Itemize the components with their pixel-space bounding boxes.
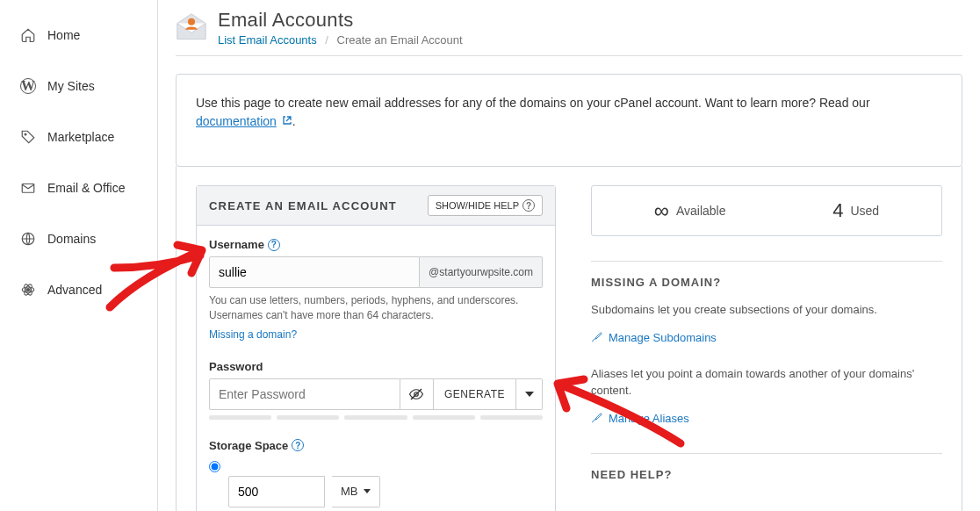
generate-button[interactable]: GENERATE: [434, 378, 516, 410]
envelope-icon: [19, 179, 37, 197]
stats-box: ∞ Available 4 Used: [591, 185, 942, 236]
sidebar-item-marketplace[interactable]: Marketplace: [0, 119, 157, 155]
infinity-icon: ∞: [654, 198, 669, 223]
sidebar-label: Domains: [47, 232, 96, 246]
page-header: Email Accounts List Email Accounts / Cre…: [176, 9, 962, 56]
tag-icon: [19, 128, 37, 146]
home-icon: [19, 26, 37, 44]
username-label: Username: [209, 238, 264, 251]
sidebar-label: Email & Office: [47, 181, 125, 195]
manage-aliases-link[interactable]: Manage Aliases: [591, 412, 942, 425]
wordpress-icon: W: [19, 77, 37, 95]
svg-point-7: [188, 18, 195, 25]
missing-domain-heading: MISSING A DOMAIN?: [591, 261, 942, 289]
storage-value-input[interactable]: [228, 476, 325, 507]
used-count: 4: [832, 199, 843, 222]
help-icon: ?: [522, 199, 535, 212]
manage-subdomains-link[interactable]: Manage Subdomains: [591, 331, 942, 344]
content-panel: Use this page to create new email addres…: [176, 74, 962, 167]
domain-suffix: @startyourwpsite.com: [420, 256, 543, 288]
svg-point-0: [25, 133, 26, 135]
page-title: Email Accounts: [218, 9, 463, 32]
sidebar-label: Marketplace: [47, 130, 114, 144]
password-field: Password GENERATE: [209, 360, 543, 420]
username-hint: You can use letters, numbers, periods, h…: [209, 293, 543, 323]
help-icon[interactable]: ?: [292, 439, 304, 451]
sidebar-item-home[interactable]: Home: [0, 18, 157, 53]
need-help-heading: NEED HELP?: [591, 453, 942, 481]
available-label: Available: [676, 204, 726, 218]
storage-field: Storage Space ? MB: [209, 439, 543, 511]
breadcrumb-sep: /: [325, 33, 328, 47]
storage-label: Storage Space: [209, 439, 288, 452]
external-link-icon: [282, 112, 292, 131]
username-field: Username ? @startyourwpsite.com You can …: [209, 238, 543, 341]
sidebar-item-advanced[interactable]: Advanced: [0, 272, 157, 307]
show-hide-help-button[interactable]: SHOW/HIDE HELP ?: [428, 195, 543, 216]
form-column: CREATE AN EMAIL ACCOUNT SHOW/HIDE HELP ?…: [196, 185, 556, 511]
sidebar: Home W My Sites Marketplace Email & Offi…: [0, 0, 158, 511]
visibility-toggle-button[interactable]: [400, 378, 434, 410]
sidebar-label: Home: [47, 28, 80, 42]
card-heading: CREATE AN EMAIL ACCOUNT: [209, 199, 397, 212]
used-label: Used: [850, 204, 879, 218]
card-header: CREATE AN EMAIL ACCOUNT SHOW/HIDE HELP ?: [197, 186, 555, 226]
atom-icon: [19, 281, 37, 299]
help-icon[interactable]: ?: [268, 239, 280, 251]
email-account-icon: [176, 12, 207, 44]
intro-text: Use this page to create new email addres…: [196, 94, 942, 131]
aside-column: ∞ Available 4 Used MISSING A DOMAIN? Sub…: [591, 185, 942, 511]
breadcrumb: List Email Accounts / Create an Email Ac…: [218, 33, 463, 47]
generate-dropdown-button[interactable]: [516, 378, 543, 410]
documentation-link[interactable]: documentation: [196, 114, 277, 128]
alias-text: Aliases let you point a domain towards a…: [591, 365, 942, 399]
sidebar-label: My Sites: [47, 79, 95, 93]
globe-icon: [19, 230, 37, 248]
svg-point-3: [27, 289, 30, 291]
username-input[interactable]: [209, 256, 420, 288]
sidebar-item-email-office[interactable]: Email & Office: [0, 170, 157, 205]
content-panel-body: CREATE AN EMAIL ACCOUNT SHOW/HIDE HELP ?…: [176, 166, 962, 511]
missing-domain-link[interactable]: Missing a domain?: [209, 328, 297, 341]
subdomain-text: Subdomains let you create subsections of…: [591, 301, 942, 319]
storage-unit-select[interactable]: MB: [332, 476, 380, 507]
breadcrumb-link[interactable]: List Email Accounts: [218, 33, 317, 47]
sidebar-label: Advanced: [47, 283, 102, 297]
main-content: Email Accounts List Email Accounts / Cre…: [158, 0, 980, 511]
sidebar-item-domains[interactable]: Domains: [0, 221, 157, 256]
password-strength-meter: [209, 415, 543, 420]
breadcrumb-current: Create an Email Account: [337, 33, 463, 47]
password-label: Password: [209, 360, 263, 373]
storage-limited-radio[interactable]: [209, 461, 220, 472]
password-input[interactable]: [209, 378, 400, 410]
sidebar-item-my-sites[interactable]: W My Sites: [0, 68, 157, 104]
create-email-card: CREATE AN EMAIL ACCOUNT SHOW/HIDE HELP ?…: [196, 185, 556, 511]
